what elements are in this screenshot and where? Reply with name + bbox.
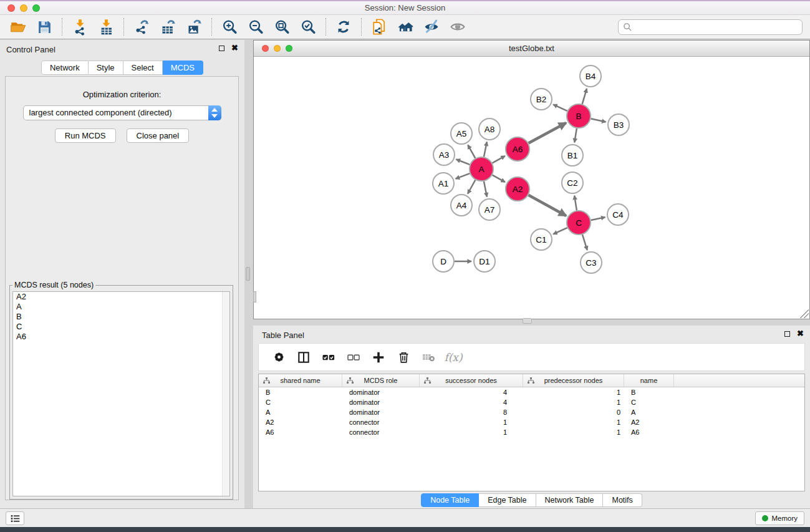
table-cell[interactable]: 1 [523,417,624,427]
edge-B-B3[interactable] [591,118,606,122]
mcds-result-item[interactable]: C [13,322,229,332]
table-cell[interactable]: C [624,397,674,407]
network-zoom-button[interactable] [286,45,292,52]
node-B[interactable]: B [567,104,591,128]
table-cell[interactable]: A6 [259,427,342,437]
edge-C-C3[interactable] [582,235,587,250]
zoom-selected-icon[interactable] [295,17,321,37]
scrollbar-track[interactable] [222,292,229,496]
tab-network[interactable]: Network [41,60,89,75]
mcds-result-item[interactable]: A6 [13,332,229,342]
zoom-fit-icon[interactable] [269,17,295,37]
table-cell[interactable]: A6 [624,427,674,437]
zoom-window-button[interactable] [32,4,40,12]
node-C2[interactable]: C2 [562,172,583,193]
column-header-predecessor-nodes[interactable]: predecessor nodes [523,374,624,387]
mcds-result-list[interactable]: A2ABCA6 [12,291,230,496]
table-cell[interactable]: 8 [420,407,523,417]
table-cell[interactable]: 1 [523,427,624,437]
edge-C-C1[interactable] [553,228,567,234]
node-A5[interactable]: A5 [451,123,472,144]
zoom-out-icon[interactable] [243,17,269,37]
search-field[interactable] [618,19,803,35]
table-cell[interactable]: dominator [342,397,420,407]
edge-C-C4[interactable] [591,217,605,220]
network-graph[interactable]: B4B2BB3A8A5A6A3B1AC2A1A2A4A7C4CC1C3DD1 [254,57,809,319]
table-cell[interactable]: C [259,397,342,407]
table-row[interactable]: Bdominator41B [259,387,804,397]
horizontal-split-grip[interactable] [523,318,532,324]
table-row[interactable]: Cdominator41C [259,397,804,407]
tab-mcds[interactable]: MCDS [163,60,203,75]
node-A6[interactable]: A6 [506,137,529,161]
minimize-window-button[interactable] [20,4,27,12]
network-close-button[interactable] [262,45,269,52]
column-header-MCDS-role[interactable]: MCDS role [342,374,420,387]
criterion-dropdown[interactable]: largest connected component (directed) [23,105,221,120]
open-session-icon[interactable] [5,17,31,37]
table-cell[interactable]: connector [342,417,420,427]
node-C1[interactable]: C1 [531,229,552,250]
edge-A-A3[interactable] [456,160,470,165]
add-column-icon[interactable] [367,347,390,368]
table-cell[interactable]: A2 [259,417,342,427]
export-table-icon[interactable] [155,17,181,37]
column-header-successor-nodes[interactable]: successor nodes [420,374,523,387]
tab-motifs[interactable]: Motifs [603,493,642,507]
node-A1[interactable]: A1 [433,173,454,194]
edge-A-A8[interactable] [484,142,487,157]
float-panel-icon[interactable] [784,331,790,337]
node-A4[interactable]: A4 [451,195,472,216]
network-window-titlebar[interactable]: testGlobe.txt [254,41,809,57]
function-builder-icon[interactable]: f(x) [442,347,465,368]
table-cell[interactable]: dominator [342,387,420,397]
node-B4[interactable]: B4 [580,65,601,87]
table-cell[interactable]: 1 [523,397,624,407]
tab-node-table[interactable]: Node Table [421,493,479,507]
select-all-icon[interactable] [317,347,340,368]
network-canvas[interactable]: B4B2BB3A8A5A6A3B1AC2A1A2A4A7C4CC1C3DD1 [254,57,809,319]
table-row[interactable]: A6connector11A6 [259,427,804,437]
tab-network-table[interactable]: Network Table [536,493,604,507]
search-input[interactable] [632,22,798,32]
edge-A-A4[interactable] [468,180,475,194]
node-D1[interactable]: D1 [474,251,495,272]
window-resize-grip-icon[interactable] [800,309,809,318]
table-cell[interactable]: A [259,407,342,417]
window-edge-grip[interactable] [253,291,256,302]
node-A8[interactable]: A8 [479,118,500,140]
table-row[interactable]: Adominator80A [259,407,804,417]
refresh-icon[interactable] [330,17,357,37]
table-cell[interactable]: 1 [420,427,523,437]
show-columns-icon[interactable] [292,347,315,368]
node-B1[interactable]: B1 [562,145,583,166]
task-history-button[interactable] [6,511,24,525]
mcds-result-item[interactable]: A [13,302,229,312]
column-header-shared-name[interactable]: shared name [259,374,342,387]
new-network-from-selection-icon[interactable] [366,17,392,37]
node-B3[interactable]: B3 [608,114,629,135]
table-cell[interactable]: dominator [342,407,420,417]
edge-A6-B[interactable] [529,123,566,143]
table-row[interactable]: A2connector11A2 [259,417,804,427]
hide-selected-icon[interactable] [418,17,445,37]
edge-C-C2[interactable] [574,196,577,211]
node-A[interactable]: A [470,157,493,181]
save-session-icon[interactable] [31,17,57,37]
edge-A-A7[interactable] [484,181,487,197]
deselect-all-icon[interactable] [342,347,365,368]
table-cell[interactable]: A [624,407,674,417]
float-panel-icon[interactable] [219,46,224,51]
import-table-icon[interactable] [93,17,119,37]
edge-A-A1[interactable] [456,173,470,179]
table-cell[interactable]: 0 [523,407,624,417]
vertical-split-grip[interactable] [246,267,250,281]
table-cell[interactable]: 1 [523,387,624,397]
close-panel-icon[interactable]: ✖ [797,331,804,337]
column-header-name[interactable]: name [624,374,674,387]
export-image-icon[interactable] [181,17,207,37]
edge-B-B1[interactable] [574,128,577,143]
node-B2[interactable]: B2 [531,89,552,110]
table-cell[interactable]: 1 [420,417,523,427]
show-all-icon[interactable] [445,17,471,37]
